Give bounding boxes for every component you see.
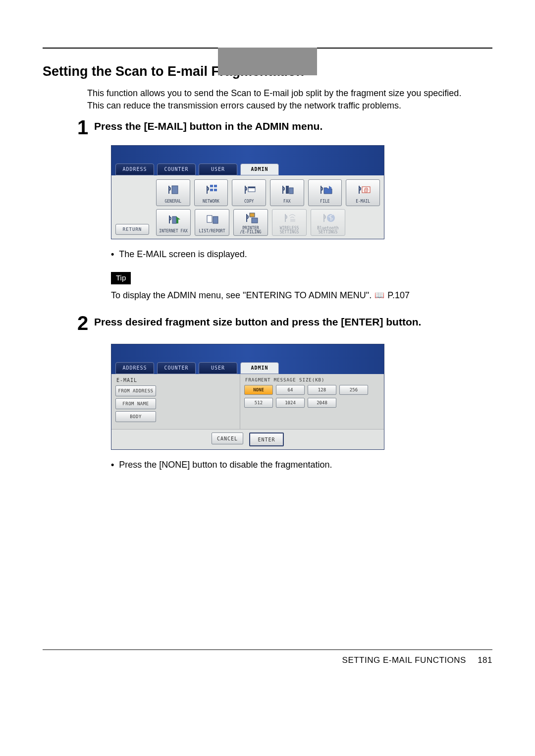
from-name-button[interactable]: FROM NAME bbox=[115, 398, 156, 409]
wireless-label: WIRELESS SETTINGS bbox=[280, 226, 299, 234]
footer: SETTING E-MAIL FUNCTIONS 181 bbox=[43, 650, 492, 666]
internet-fax-icon bbox=[165, 210, 181, 229]
footer-section-label: SETTING E-MAIL FUNCTIONS bbox=[342, 655, 466, 665]
s2-tab-address[interactable]: ADDRESS bbox=[115, 362, 154, 374]
list-report-icon bbox=[204, 210, 220, 229]
internet-fax-button[interactable]: INTERNET FAX bbox=[156, 209, 191, 236]
wireless-icon bbox=[281, 210, 297, 226]
network-button[interactable]: NETWORK bbox=[194, 179, 228, 206]
cancel-button[interactable]: CANCEL bbox=[212, 432, 243, 444]
wireless-settings-button: WIRELESS SETTINGS bbox=[272, 209, 307, 236]
list-report-label: LIST/REPORT bbox=[199, 229, 225, 234]
svg-rect-12 bbox=[207, 216, 212, 222]
tip-body: To display the ADMIN menu, see "ENTERING… bbox=[111, 289, 372, 301]
tab-user[interactable]: USER bbox=[199, 163, 237, 175]
fragment-64-button[interactable]: 64 bbox=[276, 385, 305, 395]
bluetooth-label: Bluetooth SETTINGS bbox=[317, 226, 338, 234]
fragment-size-heading: FRAGMENT MESSAGE SIZE(KB) bbox=[244, 376, 380, 385]
tip-text: To display the ADMIN menu, see "ENTERING… bbox=[111, 289, 492, 301]
s2-tab-counter[interactable]: COUNTER bbox=[157, 362, 196, 374]
svg-rect-1 bbox=[210, 185, 213, 187]
email-button[interactable]: @ E-MAIL bbox=[346, 179, 380, 206]
step-1: 1 Press the [E-MAIL] button in the ADMIN… bbox=[77, 116, 492, 137]
fragment-2048-button[interactable]: 2048 bbox=[308, 398, 336, 408]
fax-button[interactable]: FAX bbox=[270, 179, 304, 206]
intro-line-1: This function allows you to send the Sca… bbox=[87, 87, 492, 99]
tip-label: Tip bbox=[111, 272, 131, 284]
svg-text:@: @ bbox=[364, 187, 369, 193]
email-icon: @ bbox=[355, 180, 371, 199]
svg-rect-8 bbox=[289, 188, 293, 194]
s2-tab-admin[interactable]: ADMIN bbox=[240, 362, 279, 374]
tab-admin[interactable]: ADMIN bbox=[240, 163, 279, 175]
step-1-title: Press the [E-MAIL] button in the ADMIN m… bbox=[94, 119, 322, 133]
email-label: E-MAIL bbox=[356, 199, 370, 205]
tab-counter[interactable]: COUNTER bbox=[157, 163, 196, 175]
step-2: 2 Press desired fragment size button and… bbox=[77, 312, 492, 333]
printer-efiling-button[interactable]: PRINTER /E-FILING bbox=[233, 209, 268, 236]
printer-efiling-icon bbox=[243, 210, 259, 226]
general-label: GENERAL bbox=[164, 199, 181, 205]
fragment-1024-button[interactable]: 1024 bbox=[276, 398, 305, 408]
copy-button[interactable]: COPY bbox=[232, 179, 266, 206]
svg-rect-14 bbox=[250, 213, 255, 217]
enter-button[interactable]: ENTER bbox=[249, 432, 284, 446]
from-address-button[interactable]: FROM ADDRESS bbox=[115, 385, 156, 396]
intro-paragraph: This function allows you to send the Sca… bbox=[87, 87, 492, 111]
svg-rect-11 bbox=[172, 216, 176, 223]
header-tab bbox=[218, 48, 317, 75]
copy-icon bbox=[241, 180, 257, 199]
file-icon bbox=[317, 180, 333, 199]
fax-label: FAX bbox=[283, 199, 290, 205]
svg-rect-13 bbox=[213, 216, 218, 223]
fragment-128-button[interactable]: 128 bbox=[308, 385, 336, 395]
svg-rect-0 bbox=[172, 186, 178, 194]
admin-menu-screenshot: ADDRESS COUNTER USER ADMIN GENERAL NETWO… bbox=[111, 145, 384, 239]
tab-address[interactable]: ADDRESS bbox=[115, 163, 154, 175]
internet-fax-label: INTERNET FAX bbox=[159, 229, 188, 234]
footer-page-number: 181 bbox=[478, 655, 492, 665]
bluetooth-settings-button: Bluetooth SETTINGS bbox=[311, 209, 345, 236]
svg-rect-3 bbox=[210, 189, 213, 191]
bluetooth-icon bbox=[320, 210, 336, 226]
file-label: FILE bbox=[320, 199, 329, 205]
svg-rect-6 bbox=[248, 187, 255, 188]
return-button[interactable]: RETURN bbox=[115, 224, 149, 235]
copy-label: COPY bbox=[244, 199, 254, 205]
general-icon bbox=[165, 180, 181, 199]
step-2-number: 2 bbox=[77, 313, 94, 333]
svg-rect-15 bbox=[252, 218, 258, 223]
fragment-512-button[interactable]: 512 bbox=[244, 398, 273, 408]
svg-rect-16 bbox=[290, 219, 295, 222]
fragment-256-button[interactable]: 256 bbox=[339, 385, 368, 395]
network-label: NETWORK bbox=[203, 199, 219, 205]
svg-rect-7 bbox=[286, 186, 289, 194]
step-1-number: 1 bbox=[77, 117, 94, 137]
body-button[interactable]: BODY bbox=[115, 411, 156, 422]
email-section-title: E-MAIL bbox=[115, 376, 236, 386]
general-button[interactable]: GENERAL bbox=[156, 179, 190, 206]
fragment-none-button[interactable]: NONE bbox=[244, 385, 273, 395]
fragment-size-screenshot: ADDRESS COUNTER USER ADMIN E-MAIL FROM A… bbox=[111, 344, 384, 450]
step-1-bullet-text: The E-MAIL screen is displayed. bbox=[119, 248, 247, 260]
network-icon bbox=[203, 180, 219, 199]
intro-line-2: This can reduce the transmission errors … bbox=[87, 100, 492, 111]
tip-page-ref: P.107 bbox=[387, 289, 410, 301]
book-icon: 📖 bbox=[374, 290, 384, 301]
step-2-title: Press desired fragment size button and p… bbox=[94, 315, 421, 329]
printer-efiling-label: PRINTER /E-FILING bbox=[240, 226, 261, 234]
list-report-button[interactable]: LIST/REPORT bbox=[195, 209, 229, 236]
step-2-bullet: •Press the [NONE] button to disable the … bbox=[111, 459, 492, 471]
file-button[interactable]: FILE bbox=[308, 179, 342, 206]
s2-tab-user[interactable]: USER bbox=[199, 362, 237, 374]
svg-rect-2 bbox=[214, 185, 217, 187]
step-1-bullet: •The E-MAIL screen is displayed. bbox=[111, 248, 492, 260]
svg-rect-4 bbox=[214, 189, 217, 191]
fax-icon bbox=[279, 180, 295, 199]
step-2-bullet-text: Press the [NONE] button to disable the f… bbox=[119, 459, 332, 471]
